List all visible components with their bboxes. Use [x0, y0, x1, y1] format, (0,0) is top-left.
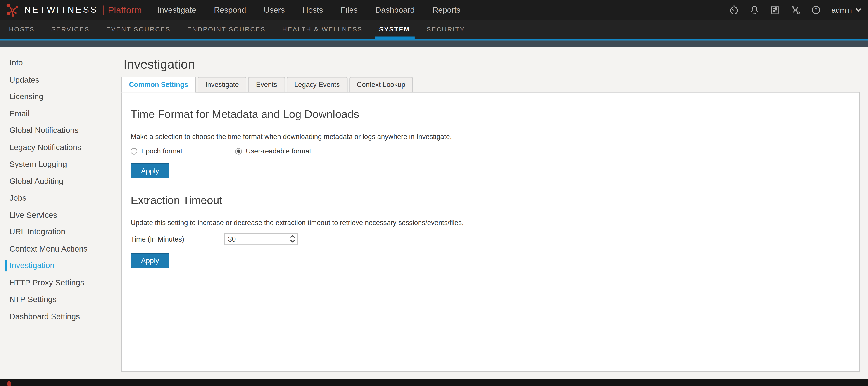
content-area: Info Updates Licensing Email Global Noti… [0, 47, 868, 379]
admin-nav: HOSTS SERVICES EVENT SOURCES ENDPOINT SO… [0, 20, 868, 40]
extraction-time-row: Time (In Minutes) [131, 233, 850, 245]
tab-common-settings[interactable]: Common Settings [121, 77, 196, 93]
nav-hosts[interactable]: Hosts [303, 5, 323, 14]
extraction-timeout-description: Update this setting to increase or decre… [131, 219, 850, 227]
header-shadow-band [0, 40, 868, 47]
footer-logo-dot [7, 381, 11, 386]
adminnav-endpoint-sources[interactable]: ENDPOINT SOURCES [187, 20, 266, 39]
sidebar-item-legacy-notifications[interactable]: Legacy Notifications [0, 139, 121, 156]
settings-card: Time Format for Metadata and Log Downloa… [121, 92, 860, 372]
sidebar-item-email[interactable]: Email [0, 105, 121, 122]
nav-respond[interactable]: Respond [214, 5, 246, 14]
help-icon[interactable]: ? [811, 5, 821, 15]
tab-investigate[interactable]: Investigate [197, 77, 246, 92]
nav-dashboard[interactable]: Dashboard [375, 5, 415, 14]
time-format-description: Make a selection to choose the time form… [131, 133, 850, 141]
adminnav-system[interactable]: SYSTEM [379, 20, 410, 39]
sidebar-item-info[interactable]: Info [0, 54, 121, 71]
adminnav-health-wellness[interactable]: HEALTH & WELLNESS [282, 20, 363, 39]
sidebar-item-ntp-settings[interactable]: NTP Settings [0, 291, 121, 308]
user-name: admin [832, 6, 852, 14]
time-in-minutes-label: Time (In Minutes) [131, 235, 224, 243]
sidebar-item-global-auditing[interactable]: Global Auditing [0, 173, 121, 189]
brand[interactable]: NETWITNESS Platform [5, 3, 142, 17]
extraction-timeout-heading: Extraction Timeout [131, 193, 850, 207]
main-panel: Investigation Common Settings Investigat… [121, 47, 868, 379]
extraction-timeout-input[interactable] [224, 233, 298, 245]
time-format-options: Epoch format User-readable format [131, 147, 850, 155]
adminnav-security[interactable]: SECURITY [427, 20, 465, 39]
svg-text:?: ? [815, 7, 817, 13]
sidebar-item-investigation[interactable]: Investigation [0, 257, 121, 274]
time-format-apply-button[interactable]: Apply [131, 163, 169, 178]
brand-divider [103, 5, 104, 15]
chevron-down-icon [855, 8, 862, 12]
topbar-actions: ? admin [729, 5, 861, 15]
sidebar-item-context-menu-actions[interactable]: Context Menu Actions [0, 240, 121, 257]
sidebar-item-licensing[interactable]: Licensing [0, 88, 121, 105]
settings-sidebar: Info Updates Licensing Email Global Noti… [0, 47, 121, 379]
netwitness-app: NETWITNESS Platform Investigate Respond … [0, 0, 868, 386]
radio-user-readable-format[interactable] [235, 148, 242, 154]
extraction-timeout-apply-button[interactable]: Apply [131, 253, 169, 268]
tab-events[interactable]: Events [248, 77, 285, 92]
sidebar-item-live-services[interactable]: Live Services [0, 206, 121, 224]
nav-files[interactable]: Files [341, 5, 358, 14]
nav-reports[interactable]: Reports [432, 5, 460, 14]
radio-option-user-readable[interactable]: User-readable format [235, 147, 311, 155]
extraction-timeout-section: Extraction Timeout Update this setting t… [131, 193, 850, 268]
sidebar-item-updates[interactable]: Updates [0, 71, 121, 88]
time-format-section: Time Format for Metadata and Log Downloa… [131, 107, 850, 178]
brand-product: Platform [108, 5, 142, 15]
time-spinner-field [224, 233, 298, 245]
nav-users[interactable]: Users [264, 5, 285, 14]
tab-bar: Common Settings Investigate Events Legac… [121, 77, 860, 92]
sidebar-item-url-integration[interactable]: URL Integration [0, 223, 121, 240]
time-format-heading: Time Format for Metadata and Log Downloa… [131, 107, 850, 121]
jobs-preferences-icon[interactable] [770, 5, 780, 15]
page-title: Investigation [124, 57, 860, 72]
sidebar-item-jobs[interactable]: Jobs [0, 189, 121, 206]
radio-epoch-format[interactable] [131, 148, 137, 154]
sidebar-item-http-proxy-settings[interactable]: HTTP Proxy Settings [0, 274, 121, 291]
user-menu[interactable]: admin [832, 6, 862, 14]
footer-bar [0, 379, 868, 386]
number-stepper-icon[interactable] [290, 235, 295, 243]
adminnav-event-sources[interactable]: EVENT SOURCES [106, 20, 170, 39]
tab-legacy-events[interactable]: Legacy Events [287, 77, 347, 92]
sidebar-item-global-notifications[interactable]: Global Notifications [0, 122, 121, 139]
adminnav-services[interactable]: SERVICES [51, 20, 90, 39]
brand-name: NETWITNESS [25, 5, 98, 15]
notifications-bell-icon[interactable] [750, 5, 760, 15]
adminnav-hosts[interactable]: HOSTS [9, 20, 35, 39]
radio-epoch-label: Epoch format [141, 147, 182, 155]
investigation-timer-icon[interactable] [729, 5, 739, 15]
top-navbar: NETWITNESS Platform Investigate Respond … [0, 0, 868, 20]
tab-context-lookup[interactable]: Context Lookup [349, 77, 413, 92]
sidebar-item-system-logging[interactable]: System Logging [0, 156, 121, 173]
primary-nav: Investigate Respond Users Hosts Files Da… [157, 5, 461, 14]
sidebar-item-dashboard-settings[interactable]: Dashboard Settings [0, 308, 121, 325]
radio-user-readable-label: User-readable format [246, 147, 311, 155]
radio-option-epoch[interactable]: Epoch format [131, 147, 236, 155]
nav-investigate[interactable]: Investigate [157, 5, 196, 14]
netwitness-logo-icon [5, 3, 20, 17]
tools-icon[interactable] [790, 5, 801, 15]
